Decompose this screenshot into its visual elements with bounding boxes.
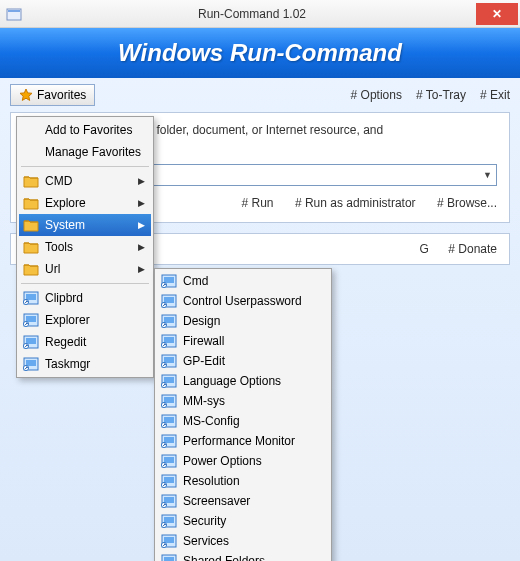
submenu-label: MM-sys bbox=[183, 394, 225, 408]
banner: Windows Run-Command bbox=[0, 28, 520, 78]
menu-label: Clipbrd bbox=[45, 291, 83, 305]
run-admin-link[interactable]: # Run as administrator bbox=[295, 196, 416, 210]
close-button[interactable]: ✕ bbox=[476, 3, 518, 25]
chevron-right-icon: ▶ bbox=[138, 264, 145, 274]
menu-explore[interactable]: Explore▶ bbox=[19, 192, 151, 214]
menu-regedit[interactable]: Regedit bbox=[19, 331, 151, 353]
submenu-label: Design bbox=[183, 314, 220, 328]
shortcut-icon bbox=[161, 454, 177, 468]
submenu-label: Firewall bbox=[183, 334, 224, 348]
menu-taskmgr[interactable]: Taskmgr bbox=[19, 353, 151, 375]
chevron-right-icon: ▶ bbox=[138, 242, 145, 252]
menu-label: Manage Favorites bbox=[45, 145, 141, 159]
app-icon bbox=[6, 6, 22, 22]
submenu-item[interactable]: Firewall bbox=[157, 331, 329, 351]
system-submenu: CmdControl UserpasswordDesignFirewallGP-… bbox=[154, 268, 332, 561]
favorites-label: Favorites bbox=[37, 88, 86, 102]
shortcut-icon bbox=[161, 334, 177, 348]
shortcut-icon bbox=[161, 354, 177, 368]
shortcut-icon bbox=[161, 374, 177, 388]
menu-explorer[interactable]: Explorer bbox=[19, 309, 151, 331]
submenu-label: Language Options bbox=[183, 374, 281, 388]
submenu-item[interactable]: Cmd bbox=[157, 271, 329, 291]
close-icon: ✕ bbox=[492, 7, 502, 21]
shortcut-icon bbox=[23, 291, 39, 305]
submenu-item[interactable]: Services bbox=[157, 531, 329, 551]
menu-label: Explorer bbox=[45, 313, 90, 327]
shortcut-icon bbox=[161, 314, 177, 328]
shortcut-icon bbox=[23, 357, 39, 371]
content-area: Favorites # Options # To-Tray # Exit ne … bbox=[0, 78, 520, 561]
submenu-item[interactable]: Screensaver bbox=[157, 491, 329, 511]
submenu-label: Performance Monitor bbox=[183, 434, 295, 448]
shortcut-icon bbox=[161, 394, 177, 408]
menu-separator bbox=[21, 283, 149, 284]
chevron-down-icon: ▼ bbox=[483, 170, 492, 180]
browse-link[interactable]: # Browse... bbox=[437, 196, 497, 210]
menu-label: System bbox=[45, 218, 85, 232]
folder-icon bbox=[23, 218, 39, 232]
shortcut-icon bbox=[161, 294, 177, 308]
submenu-item[interactable]: Control Userpassword bbox=[157, 291, 329, 311]
shortcut-icon bbox=[161, 414, 177, 428]
shortcut-icon bbox=[161, 554, 177, 561]
menu-system[interactable]: System▶ bbox=[19, 214, 151, 236]
run-link[interactable]: # Run bbox=[242, 196, 274, 210]
shortcut-icon bbox=[161, 534, 177, 548]
toolbar: Favorites # Options # To-Tray # Exit bbox=[10, 84, 510, 106]
submenu-label: Security bbox=[183, 514, 226, 528]
shortcut-icon bbox=[161, 434, 177, 448]
submenu-item[interactable]: Performance Monitor bbox=[157, 431, 329, 451]
options-link[interactable]: # Options bbox=[351, 88, 402, 102]
menu-add-favorites[interactable]: Add to Favorites bbox=[19, 119, 151, 141]
submenu-item[interactable]: Language Options bbox=[157, 371, 329, 391]
window-title: Run-Command 1.02 bbox=[28, 7, 476, 21]
submenu-label: Resolution bbox=[183, 474, 240, 488]
submenu-item[interactable]: MS-Config bbox=[157, 411, 329, 431]
exit-link[interactable]: # Exit bbox=[480, 88, 510, 102]
titlebar: Run-Command 1.02 ✕ bbox=[0, 0, 520, 28]
submenu-item[interactable]: GP-Edit bbox=[157, 351, 329, 371]
shortcut-icon bbox=[23, 335, 39, 349]
shortcut-icon bbox=[23, 313, 39, 327]
menu-label: Taskmgr bbox=[45, 357, 90, 371]
chevron-right-icon: ▶ bbox=[138, 176, 145, 186]
folder-icon bbox=[23, 240, 39, 254]
banner-title: Windows Run-Command bbox=[118, 39, 402, 67]
submenu-item[interactable]: Design bbox=[157, 311, 329, 331]
submenu-label: GP-Edit bbox=[183, 354, 225, 368]
star-icon bbox=[19, 88, 33, 102]
menu-label: CMD bbox=[45, 174, 72, 188]
menu-label: Regedit bbox=[45, 335, 86, 349]
shortcut-icon bbox=[161, 274, 177, 288]
menu-label: Tools bbox=[45, 240, 73, 254]
menu-url[interactable]: Url▶ bbox=[19, 258, 151, 280]
submenu-item[interactable]: MM-sys bbox=[157, 391, 329, 411]
shortcut-icon bbox=[161, 494, 177, 508]
menu-label: Url bbox=[45, 262, 60, 276]
chevron-right-icon: ▶ bbox=[138, 220, 145, 230]
menu-cmd[interactable]: CMD▶ bbox=[19, 170, 151, 192]
submenu-label: Cmd bbox=[183, 274, 208, 288]
submenu-label: Control Userpassword bbox=[183, 294, 302, 308]
to-tray-link[interactable]: # To-Tray bbox=[416, 88, 466, 102]
menu-clipbrd[interactable]: Clipbrd bbox=[19, 287, 151, 309]
menu-label: Explore bbox=[45, 196, 86, 210]
lang-link-partial[interactable]: G bbox=[420, 242, 429, 256]
folder-icon bbox=[23, 262, 39, 276]
submenu-item[interactable]: Shared Folders bbox=[157, 551, 329, 561]
donate-link[interactable]: # Donate bbox=[448, 242, 497, 256]
submenu-item[interactable]: Resolution bbox=[157, 471, 329, 491]
submenu-label: Services bbox=[183, 534, 229, 548]
menu-label: Add to Favorites bbox=[45, 123, 132, 137]
folder-icon bbox=[23, 196, 39, 210]
submenu-item[interactable]: Power Options bbox=[157, 451, 329, 471]
favorites-button[interactable]: Favorites bbox=[10, 84, 95, 106]
favorites-menu: Add to Favorites Manage Favorites CMD▶ E… bbox=[16, 116, 154, 378]
submenu-label: Shared Folders bbox=[183, 554, 265, 561]
submenu-item[interactable]: Security bbox=[157, 511, 329, 531]
shortcut-icon bbox=[161, 474, 177, 488]
submenu-label: Screensaver bbox=[183, 494, 250, 508]
menu-tools[interactable]: Tools▶ bbox=[19, 236, 151, 258]
menu-manage-favorites[interactable]: Manage Favorites bbox=[19, 141, 151, 163]
